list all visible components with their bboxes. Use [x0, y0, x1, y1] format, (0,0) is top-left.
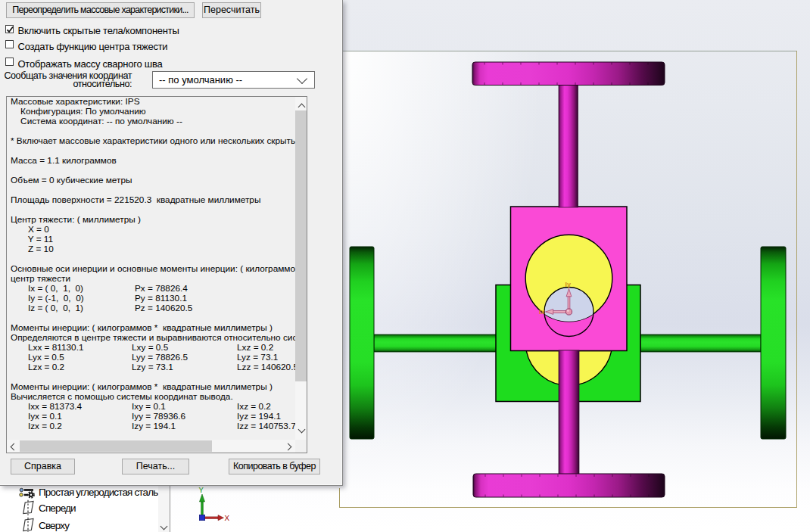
svg-text:X: X — [225, 514, 230, 523]
svg-text:Iy: Iy — [565, 281, 572, 288]
svg-text:Y: Y — [199, 486, 204, 495]
svg-text:Ix: Ix — [539, 308, 545, 316]
